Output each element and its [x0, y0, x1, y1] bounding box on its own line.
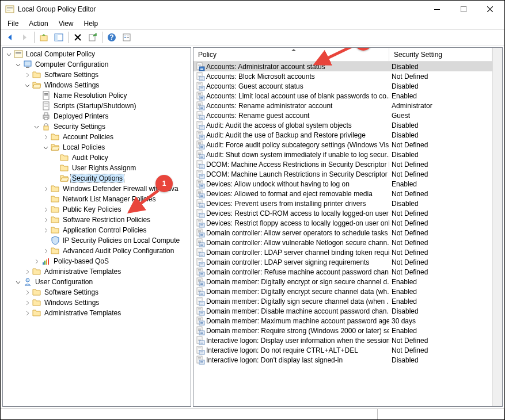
expand-icon[interactable] [42, 247, 49, 254]
tree-item-user-windows-settings[interactable]: Windows Settings [3, 297, 191, 308]
policy-row[interactable]: Accounts: Guest account statusDisabled [193, 81, 492, 91]
tree-item-user-software-settings[interactable]: Software Settings [3, 287, 191, 297]
policy-row[interactable]: Audit: Audit the access of global system… [193, 120, 492, 130]
vertical-scrollbar[interactable] [492, 48, 502, 406]
expand-icon[interactable] [24, 310, 31, 316]
expand-icon[interactable] [42, 185, 49, 192]
collapse-icon[interactable] [14, 278, 21, 285]
svg-rect-236 [198, 339, 201, 339]
collapse-icon[interactable] [42, 144, 49, 151]
tree-item-user-configuration[interactable]: User Configuration [3, 277, 191, 287]
policy-row[interactable]: Interactive logon: Display user informat… [193, 335, 492, 345]
policy-row[interactable]: Domain controller: LDAP server signing r… [193, 257, 492, 267]
policy-row[interactable]: DCOM: Machine Access Restrictions in Sec… [193, 159, 492, 169]
policy-row[interactable]: Domain member: Require strong (Windows 2… [193, 326, 492, 335]
expand-icon[interactable] [24, 289, 31, 296]
svg-rect-37 [48, 258, 49, 265]
policy-row[interactable]: Audit: Shut down system immediately if u… [193, 150, 492, 159]
policy-row[interactable]: Devices: Allow undock without having to … [193, 179, 492, 189]
back-button[interactable] [3, 30, 17, 44]
help-button[interactable]: ? [105, 30, 119, 44]
delete-button[interactable] [71, 30, 85, 44]
policy-row[interactable]: Interactive logon: Don't display last si… [193, 355, 492, 365]
expand-icon[interactable] [42, 227, 49, 234]
policy-setting: Not Defined [389, 72, 492, 81]
menu-file[interactable]: File [3, 18, 23, 29]
policy-row[interactable]: Devices: Allowed to format and eject rem… [193, 189, 492, 198]
tree-item-ip-security[interactable]: IP Security Policies on Local Compute [3, 235, 191, 246]
tree-panel[interactable]: Local Computer PolicyComputer Configurat… [2, 47, 191, 407]
policy-row[interactable]: Accounts: Rename administrator accountAd… [193, 101, 492, 110]
tree-item-advanced-audit[interactable]: Advanced Audit Policy Configuration [3, 246, 191, 256]
expand-icon[interactable] [24, 71, 31, 78]
tree-item-admin-templates[interactable]: Administrative Templates [3, 266, 191, 277]
tree-item-audit-policy[interactable]: Audit Policy [3, 152, 191, 163]
policy-row[interactable]: Devices: Restrict CD-ROM access to local… [193, 208, 492, 218]
policy-row[interactable]: Domain member: Digitally sign secure cha… [193, 296, 492, 306]
policy-row[interactable]: Accounts: Rename guest accountGuest [193, 110, 492, 120]
policy-row[interactable]: Audit: Force audit policy subcategory se… [193, 140, 492, 150]
public-key-icon [51, 205, 60, 214]
policy-row[interactable]: Domain controller: Refuse machine accoun… [193, 267, 492, 277]
column-security-setting[interactable]: Security Setting [389, 48, 492, 61]
tree-item-deployed-printers[interactable]: Deployed Printers [3, 111, 191, 121]
tree-item-windows-settings[interactable]: Windows Settings [3, 80, 191, 90]
tree-item-user-rights[interactable]: User Rights Assignm [3, 163, 191, 173]
tree-item-security-settings[interactable]: Security Settings [3, 121, 191, 132]
list-rows[interactable]: Accounts: Administrator account statusDi… [193, 62, 492, 404]
forward-button[interactable] [18, 30, 32, 44]
policy-icon [196, 72, 205, 81]
policy-row[interactable]: Domain member: Digitally encrypt or sign… [193, 277, 492, 287]
expand-icon[interactable] [24, 268, 31, 275]
collapse-icon[interactable] [14, 61, 21, 68]
tree-item-local-policies[interactable]: Local Policies [3, 142, 191, 152]
expand-icon[interactable] [33, 258, 40, 265]
tree-item-name-resolution[interactable]: Name Resolution Policy [3, 90, 191, 101]
tree-item-policy-qos[interactable]: Policy-based QoS [3, 256, 191, 266]
policy-name: Domain member: Disable machine account p… [206, 307, 389, 315]
policy-row[interactable]: Interactive logon: Do not require CTRL+A… [193, 345, 492, 355]
policy-row[interactable]: Domain member: Digitally encrypt secure … [193, 287, 492, 296]
collapse-icon[interactable] [24, 82, 31, 89]
tree-item-account-policies[interactable]: Account Policies [3, 132, 191, 142]
ip-security-icon [51, 236, 60, 245]
policy-row[interactable]: Audit: Audit the use of Backup and Resto… [193, 130, 492, 140]
up-button[interactable] [37, 30, 51, 44]
policy-row[interactable]: Devices: Restrict floppy access to local… [193, 218, 492, 228]
tree-item-user-admin-templates[interactable]: Administrative Templates [3, 308, 191, 318]
tree-item-software-settings[interactable]: Software Settings [3, 70, 191, 80]
policy-row[interactable]: Devices: Prevent users from installing p… [193, 198, 492, 208]
export-button[interactable] [86, 30, 100, 44]
expand-icon[interactable] [42, 133, 49, 140]
menu-action[interactable]: Action [24, 18, 52, 29]
menu-view[interactable]: View [54, 18, 78, 29]
tree-item-app-control[interactable]: Application Control Policies [3, 225, 191, 235]
tree-item-root[interactable]: Local Computer Policy [3, 49, 191, 59]
policy-row[interactable]: Accounts: Block Microsoft accountsNot De… [193, 71, 492, 81]
svg-rect-15 [127, 36, 129, 36]
policy-row[interactable]: Domain member: Disable machine account p… [193, 306, 492, 316]
policy-row[interactable]: Accounts: Limit local account use of bla… [193, 91, 492, 101]
collapse-icon[interactable] [5, 51, 12, 58]
maximize-button[interactable] [450, 1, 477, 18]
policy-row[interactable]: DCOM: Machine Launch Restrictions in Sec… [193, 169, 492, 179]
minimize-button[interactable] [424, 1, 450, 18]
collapse-icon[interactable] [33, 123, 40, 130]
tree-item-scripts[interactable]: Scripts (Startup/Shutdown) [3, 101, 191, 111]
svg-rect-224 [199, 321, 204, 325]
arrow-1 [124, 186, 164, 217]
expand-icon[interactable] [42, 216, 49, 223]
policy-row[interactable]: Domain controller: Allow server operator… [193, 228, 492, 238]
show-hide-tree-button[interactable] [52, 30, 66, 44]
properties-button[interactable] [120, 30, 134, 44]
expand-icon[interactable] [42, 206, 49, 213]
policy-row[interactable]: Domain member: Maximum machine account p… [193, 316, 492, 326]
policy-row[interactable]: Domain controller: Allow vulnerable Netl… [193, 238, 492, 247]
menu-help[interactable]: Help [79, 18, 103, 29]
policy-row[interactable]: Domain controller: LDAP server channel b… [193, 247, 492, 257]
policy-icon [196, 170, 205, 179]
svg-rect-175 [199, 253, 204, 257]
close-button[interactable] [477, 1, 503, 18]
expand-icon[interactable] [24, 299, 31, 306]
tree-item-computer-configuration[interactable]: Computer Configuration [3, 59, 191, 70]
